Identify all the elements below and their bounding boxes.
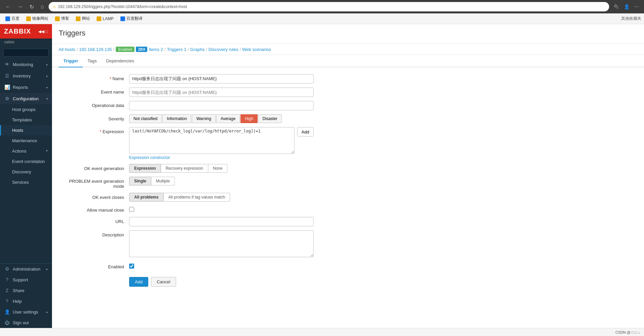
sidebar-collapse-button[interactable]: ◀◀ [38,29,44,34]
home-button[interactable]: ⌂ [39,2,46,11]
ok-event-closes-all-problems[interactable]: All problems [129,193,164,202]
more-options-button[interactable]: ⋯ [633,3,641,10]
back-button[interactable]: ← [3,2,13,11]
status-bar: CSDN @ □ □ ↓ [0,328,644,336]
severity-disaster[interactable]: Disaster [258,114,282,123]
sidebar-item-event-correlation[interactable]: Event correlation [0,156,52,167]
url-input[interactable] [129,217,314,226]
breadcrumb-sep: / [239,47,241,52]
sidebar-item-administration[interactable]: ⚙ Administration ▸ [0,264,52,274]
main-content: Triggers All hosts / 192.168.129.135 / E… [52,24,644,328]
breadcrumb-sep: / [76,47,78,52]
bookmark-website[interactable]: 网站 [73,15,93,22]
sidebar-item-services[interactable]: Services [0,177,52,187]
sidebar-username: zabbix [0,39,52,47]
breadcrumb-discovery-rules[interactable]: Discovery rules [209,47,238,52]
mirror-icon [26,16,31,21]
ok-event-recovery-expression[interactable]: Recovery expression [161,164,208,173]
tab-dependencies[interactable]: Dependencies [102,55,139,67]
submit-add-button[interactable]: Add [129,277,148,287]
event-name-input[interactable] [129,88,314,97]
description-textarea[interactable] [129,230,314,257]
sidebar-item-support[interactable]: ? Support [0,274,52,285]
ok-event-closes-tag-match[interactable]: All problems if tag values match [164,193,230,202]
operational-data-input[interactable] [129,101,314,110]
allow-manual-close-checkbox[interactable] [129,207,134,212]
forward-button[interactable]: → [15,2,25,11]
sidebar-search[interactable]: 🔍 [3,49,49,57]
severity-warning[interactable]: Warning [192,114,215,123]
breadcrumb-triggers[interactable]: Triggers 1 [167,47,186,52]
sidebar-item-user-settings[interactable]: 👤 User settings ▸ [0,306,52,317]
severity-information[interactable]: Information [162,114,191,123]
breadcrumb-graphs[interactable]: Graphs [190,47,205,52]
problem-mode-single[interactable]: Single [129,177,151,185]
sidebar: ZABBIX ◀◀ □ zabbix 🔍 👁 Monitoring ▸ ☰ In… [0,24,52,328]
sidebar-item-templates[interactable]: Templates [0,115,52,125]
tab-trigger[interactable]: Trigger [59,55,83,67]
add-expression-button[interactable]: Add [297,127,314,136]
allow-manual-close-row: Allow manual close [62,206,361,213]
expression-textarea[interactable]: last(/HoYAFCOb/check_log[/var/log/httpd/… [129,127,294,154]
bookmark-translate[interactable]: 百度翻译 [118,15,145,22]
nav-label-sign-out: Sign out [13,320,48,325]
sidebar-item-discovery[interactable]: Discovery [0,167,52,177]
sidebar-item-sign-out[interactable]: ⏻ Sign out [0,317,52,328]
sidebar-item-share[interactable]: Z Share [0,285,52,296]
share-icon: Z [4,288,10,293]
sidebar-logo: ZABBIX ◀◀ □ [0,24,52,39]
nav-label-configuration: Configuration [13,96,44,101]
severity-not-classified[interactable]: Not classified [129,114,162,123]
breadcrumb-items[interactable]: Items 2 [149,47,163,52]
sidebar-item-maintenance[interactable]: Maintenance [0,135,52,146]
breadcrumb-web-scenarios[interactable]: Web scenarios [242,47,271,52]
sidebar-item-monitoring[interactable]: 👁 Monitoring ▸ [0,59,52,70]
url-row: URL [62,217,361,226]
sidebar-item-reports[interactable]: 📊 Reports ▸ [0,81,52,93]
other-bookmarks[interactable]: 其他收藏夹 [621,16,641,21]
form-actions: Add Cancel [129,274,314,290]
status-bar-text: CSDN @ □ □ ↓ [615,330,640,334]
operational-data-row: Operational data [62,101,361,110]
operational-data-control [129,101,314,110]
expression-label: * Expression [62,127,129,134]
sidebar-item-actions[interactable]: Actions ▸ [0,146,52,156]
extensions-button[interactable]: 🔌 [612,3,621,10]
cancel-button[interactable]: Cancel [151,277,176,287]
bookmark-mirror[interactable]: 镜像网站 [23,15,51,22]
sidebar-item-hosts[interactable]: Hosts [0,125,52,135]
chevron-right-icon: ▸ [46,74,48,78]
other-bookmarks-label: 其他收藏夹 [621,16,641,21]
sidebar-item-inventory[interactable]: ☰ Inventory ▸ [0,70,52,81]
subnav-label-services: Services [12,180,29,185]
sidebar-pin-button[interactable]: □ [46,29,48,34]
search-input[interactable] [6,50,52,55]
ok-event-none[interactable]: None [208,164,228,173]
bookmark-baidu[interactable]: 百度 [3,15,22,22]
event-name-row: Event name [62,88,361,97]
refresh-button[interactable]: ↻ [28,2,36,11]
enabled-checkbox[interactable] [129,264,134,269]
name-control [129,74,314,83]
sidebar-item-host-groups[interactable]: Host groups [0,104,52,115]
tab-tags[interactable]: Tags [83,55,101,67]
ok-event-expression[interactable]: Expression [129,164,161,173]
expression-constructor-link[interactable]: Expression constructor [129,155,314,160]
severity-high[interactable]: High [240,114,258,123]
profile-button[interactable]: 👤 [622,3,631,10]
breadcrumb-host-ip[interactable]: 192.168.129.135 [79,47,112,52]
sidebar-item-configuration[interactable]: ⚙ Configuration ▾ [0,93,52,104]
severity-average[interactable]: Average [216,114,240,123]
bookmark-lamp[interactable]: LAMP [94,15,116,22]
bookmark-blog[interactable]: 博客 [52,15,72,22]
address-bar[interactable]: ⚠ 192.168.129.250/triggers.php?hostid=10… [49,2,609,11]
sidebar-item-help[interactable]: ? Help [0,296,52,306]
enabled-control [129,262,314,270]
ok-event-toggle-group: Expression Recovery expression None [129,164,314,173]
name-input[interactable] [129,74,314,83]
expression-wrap: last(/HoYAFCOb/check_log[/var/log/httpd/… [129,127,314,154]
breadcrumb-all-hosts[interactable]: All hosts [59,47,75,52]
problem-mode-multiple[interactable]: Multiple [151,177,175,185]
address-text: 192.168.129.250/triggers.php?hostid=1044… [58,4,187,9]
trigger-form: * Name Event name Operational data [52,67,371,301]
